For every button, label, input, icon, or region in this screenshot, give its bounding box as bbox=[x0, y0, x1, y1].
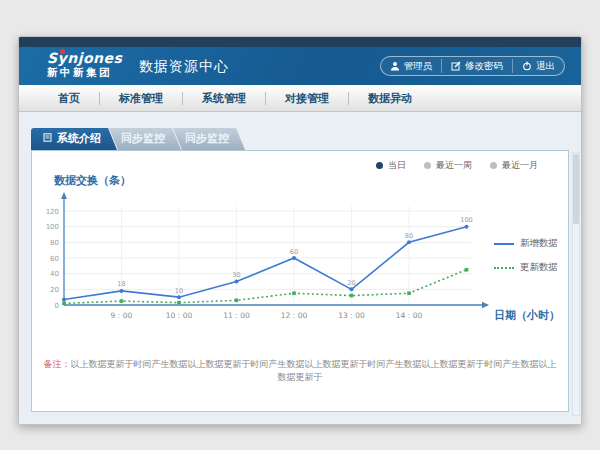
svg-text:60: 60 bbox=[290, 248, 298, 256]
svg-text:12：00: 12：00 bbox=[281, 311, 308, 320]
admin-user-button[interactable]: 管理员 bbox=[381, 59, 442, 73]
svg-text:120: 120 bbox=[46, 208, 59, 216]
svg-text:10：00: 10：00 bbox=[166, 311, 193, 320]
radio-today-dot-icon bbox=[376, 162, 383, 169]
scrollbar-track[interactable] bbox=[572, 152, 580, 416]
app-window: Synjones 新中新集团 数据资源中心 管理员 修改密码 bbox=[18, 36, 582, 425]
brand-logo: Synjones 新中新集团 bbox=[47, 51, 122, 79]
tab-system-intro[interactable]: 系统介绍 bbox=[31, 128, 117, 150]
tab-sync-monitor-1-label: 同步监控 bbox=[121, 128, 165, 150]
content-area: 系统介绍 同步监控 同步监控 当日 最近一周 bbox=[19, 112, 581, 424]
radio-last-month-label: 最近一月 bbox=[502, 159, 538, 172]
svg-text:14：00: 14：00 bbox=[396, 311, 423, 320]
legend-updated-data-label: 更新数据 bbox=[520, 261, 558, 274]
logout-label: 退出 bbox=[536, 60, 555, 73]
legend-item-new-data[interactable]: 新增数据 bbox=[494, 237, 562, 250]
page-title: 数据资源中心 bbox=[139, 58, 229, 76]
user-actions-group: 管理员 修改密码 退出 bbox=[380, 56, 566, 76]
change-password-label: 修改密码 bbox=[465, 60, 503, 73]
edit-icon bbox=[451, 61, 461, 71]
nav-item-standard-mgmt[interactable]: 标准管理 bbox=[99, 92, 182, 105]
brand-logo-subtext: 新中新集团 bbox=[47, 66, 122, 79]
tab-sync-monitor-2[interactable]: 同步监控 bbox=[173, 128, 245, 150]
radio-last-week-dot-icon bbox=[424, 162, 431, 169]
main-nav: 首页 标准管理 系统管理 对接管理 数据异动 bbox=[19, 85, 581, 112]
nav-item-home[interactable]: 首页 bbox=[39, 92, 99, 105]
document-icon bbox=[43, 128, 52, 150]
radio-today-label: 当日 bbox=[388, 159, 406, 172]
radio-today[interactable]: 当日 bbox=[376, 159, 406, 172]
footnote-text: 以上数据更新于时间产生数据以上数据更新于时间产生数据以上数据更新于时间产生数据以… bbox=[71, 359, 557, 382]
footnote: 备注：以上数据更新于时间产生数据以上数据更新于时间产生数据以上数据更新于时间产生… bbox=[42, 358, 558, 384]
chart-panel: 当日 最近一周 最近一月 数据交换（条） 0204060801001209：00… bbox=[31, 150, 569, 412]
radio-last-month[interactable]: 最近一月 bbox=[490, 159, 538, 172]
svg-text:13：00: 13：00 bbox=[338, 311, 365, 320]
svg-text:40: 40 bbox=[50, 270, 59, 278]
app-header: Synjones 新中新集团 数据资源中心 管理员 修改密码 bbox=[19, 47, 581, 85]
svg-text:20: 20 bbox=[50, 286, 59, 294]
chart-legend: 新增数据 更新数据 bbox=[494, 237, 562, 285]
tab-sync-monitor-1[interactable]: 同步监控 bbox=[109, 128, 181, 150]
power-icon bbox=[522, 61, 532, 71]
nav-item-system-mgmt[interactable]: 系统管理 bbox=[182, 92, 265, 105]
admin-user-label: 管理员 bbox=[404, 60, 433, 73]
time-range-radio-group: 当日 最近一周 最近一月 bbox=[376, 159, 538, 172]
tab-system-intro-label: 系统介绍 bbox=[57, 128, 101, 150]
radio-last-month-dot-icon bbox=[490, 162, 497, 169]
svg-text:100: 100 bbox=[460, 216, 472, 224]
nav-item-interface-mgmt[interactable]: 对接管理 bbox=[265, 92, 348, 105]
svg-text:60: 60 bbox=[50, 255, 59, 263]
brand-logo-dot-icon bbox=[60, 49, 65, 54]
svg-text:30: 30 bbox=[232, 271, 240, 279]
footnote-prefix: 备注： bbox=[44, 359, 71, 369]
scrollbar-thumb[interactable] bbox=[573, 154, 579, 224]
blue-line-swatch-icon bbox=[494, 243, 514, 245]
svg-text:10: 10 bbox=[175, 287, 183, 295]
legend-new-data-label: 新增数据 bbox=[520, 237, 558, 250]
x-axis-title: 日期（小时） bbox=[494, 308, 560, 323]
radio-last-week-label: 最近一周 bbox=[436, 159, 472, 172]
user-icon bbox=[390, 61, 400, 71]
svg-text:80: 80 bbox=[50, 239, 59, 247]
window-top-strip bbox=[19, 37, 581, 47]
svg-text:11：00: 11：00 bbox=[223, 311, 250, 320]
logout-button[interactable]: 退出 bbox=[512, 59, 564, 73]
radio-last-week[interactable]: 最近一周 bbox=[424, 159, 472, 172]
svg-text:0: 0 bbox=[55, 302, 59, 310]
brand-logo-text: Synjones bbox=[47, 51, 122, 66]
svg-text:18: 18 bbox=[117, 280, 125, 288]
svg-text:9：00: 9：00 bbox=[111, 311, 133, 320]
green-dotted-swatch-icon bbox=[494, 267, 514, 269]
tab-bar: 系统介绍 同步监控 同步监控 bbox=[31, 128, 245, 150]
svg-text:100: 100 bbox=[46, 223, 59, 231]
line-chart-svg: 0204060801001209：0010：0011：0012：0013：001… bbox=[42, 189, 522, 331]
nav-item-data-change[interactable]: 数据异动 bbox=[348, 92, 431, 105]
tab-sync-monitor-2-label: 同步监控 bbox=[185, 128, 229, 150]
y-axis-title: 数据交换（条） bbox=[54, 173, 131, 188]
svg-text:20: 20 bbox=[347, 279, 355, 287]
svg-text:80: 80 bbox=[405, 232, 413, 240]
legend-item-updated-data[interactable]: 更新数据 bbox=[494, 261, 562, 274]
change-password-button[interactable]: 修改密码 bbox=[441, 59, 512, 73]
